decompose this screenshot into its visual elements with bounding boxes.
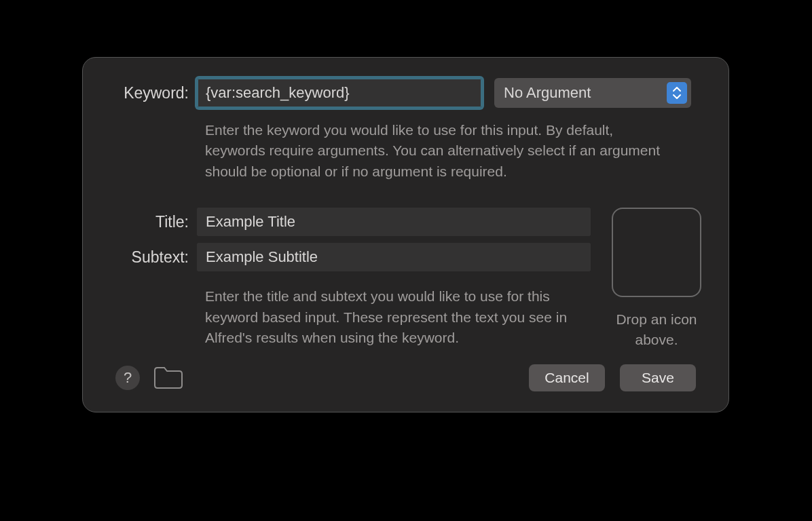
title-row: Title:	[115, 208, 592, 236]
keyword-help-text: Enter the keyword you would like to use …	[205, 120, 673, 182]
title-label: Title:	[115, 213, 197, 231]
icon-drop-well[interactable]	[612, 208, 701, 297]
title-subtext-section: Title: Subtext: Enter the title and subt…	[115, 208, 696, 349]
subtext-row: Subtext:	[115, 243, 592, 271]
keyword-config-dialog: Keyword: No Argument Enter the keyword y…	[82, 57, 729, 412]
subtext-input[interactable]	[197, 243, 591, 271]
subtext-label: Subtext:	[115, 248, 197, 267]
folder-icon[interactable]	[153, 366, 183, 389]
title-input[interactable]	[197, 208, 591, 236]
chevron-up-down-icon	[667, 82, 687, 104]
keyword-input[interactable]	[197, 78, 482, 108]
help-button[interactable]: ?	[115, 366, 140, 390]
cancel-button[interactable]: Cancel	[529, 364, 605, 391]
title-subtext-help-text: Enter the title and subtext you would li…	[205, 286, 592, 348]
save-button[interactable]: Save	[620, 364, 696, 391]
dialog-footer: ? Cancel Save	[115, 364, 696, 391]
argument-select[interactable]: No Argument	[494, 78, 691, 108]
icon-drop-label: Drop an icon above.	[606, 309, 707, 349]
title-subtext-left: Title: Subtext: Enter the title and subt…	[115, 208, 592, 348]
icon-column: Drop an icon above.	[606, 208, 707, 349]
keyword-row: Keyword: No Argument	[115, 78, 696, 108]
keyword-label: Keyword:	[115, 84, 197, 102]
argument-select-value: No Argument	[504, 84, 591, 102]
help-icon: ?	[124, 369, 132, 387]
